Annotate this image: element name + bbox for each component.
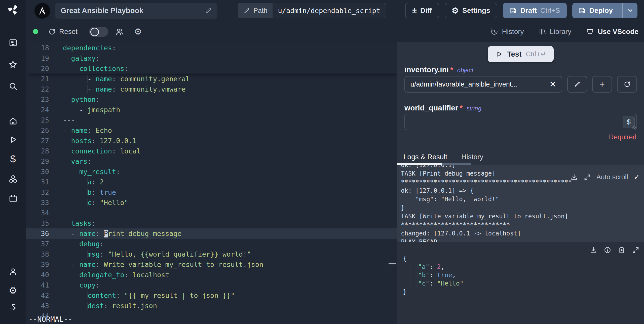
- code-line[interactable]: 37 debug:: [26, 239, 397, 249]
- download-icon[interactable]: [590, 246, 597, 254]
- users-icon[interactable]: [115, 27, 124, 36]
- code-line[interactable]: 31 a: 2: [26, 177, 397, 187]
- home-icon[interactable]: [0, 116, 26, 126]
- code-token: debug: [79, 240, 100, 248]
- code-token: b: [88, 188, 92, 196]
- reset-button[interactable]: Reset: [48, 28, 78, 36]
- code-line[interactable]: 33 c: "Hello": [26, 197, 397, 208]
- code-token: local: [120, 147, 141, 155]
- pencil-icon: [243, 7, 250, 14]
- code-line[interactable]: 23 python:: [26, 94, 397, 105]
- code-line[interactable]: 38 msg: "Hello, {{world_qualifier}} worl…: [26, 249, 397, 259]
- copy-icon[interactable]: [618, 246, 625, 254]
- deploy-button[interactable]: Deploy: [572, 3, 637, 18]
- code-line[interactable]: 19 galaxy:: [26, 53, 397, 63]
- code-line[interactable]: 18dependencies:: [26, 43, 397, 53]
- logs-pane[interactable]: ok: [127.0.0.1]TASK [Print debug message…: [397, 165, 644, 244]
- code-line[interactable]: 29 vars:: [26, 156, 397, 167]
- diff-button[interactable]: ± Diff: [405, 3, 439, 18]
- code-editor[interactable]: 18dependencies:19 galaxy:20 collections:…: [26, 42, 397, 324]
- autoscroll-label[interactable]: Auto scroll: [596, 173, 628, 181]
- tab-logs-result[interactable]: Logs & Result: [403, 153, 447, 161]
- code-token: vars: [71, 157, 88, 165]
- code-line[interactable]: 42 content: "{{ my_result | to_json }}": [26, 290, 397, 301]
- settings-button[interactable]: ⚙ Settings: [445, 3, 497, 18]
- line-number: 29: [26, 156, 49, 167]
- download-icon[interactable]: [570, 173, 578, 181]
- code-text: vars:: [49, 156, 92, 167]
- play-icon: [495, 50, 503, 58]
- resources-icon[interactable]: [0, 174, 26, 184]
- expand-icon[interactable]: [632, 246, 639, 254]
- code-text: - jmespath: [49, 105, 120, 115]
- library-button[interactable]: Library: [539, 28, 572, 36]
- windmill-logo-icon[interactable]: [0, 3, 26, 17]
- workspace-icon[interactable]: [0, 38, 26, 47]
- code-line[interactable]: 43 dest: result.json: [26, 301, 397, 311]
- code-line[interactable]: 30 my_result:: [26, 167, 397, 177]
- code-line[interactable]: 21 - name: community.general: [26, 74, 397, 84]
- code-line[interactable]: 20 collections:: [26, 63, 397, 74]
- settings-icon[interactable]: ⚙: [0, 286, 26, 295]
- check-icon[interactable]: ✓: [634, 173, 640, 181]
- code-line[interactable]: 32 b: true: [26, 187, 397, 197]
- save-icon: [509, 7, 517, 14]
- use-vscode-button[interactable]: Use VScode: [586, 27, 638, 36]
- resize-handle[interactable]: [632, 126, 636, 129]
- code-text: - name: community.general: [49, 74, 190, 84]
- deploy-dropdown[interactable]: [622, 3, 637, 18]
- world-qualifier-input[interactable]: $: [404, 114, 637, 130]
- code-line[interactable]: 41 copy:: [26, 280, 397, 290]
- gear-icon[interactable]: ⚙: [134, 27, 142, 36]
- history-button[interactable]: History: [490, 28, 524, 36]
- clear-icon[interactable]: ✕: [549, 80, 556, 88]
- code-line[interactable]: 26- name: Echo: [26, 125, 397, 136]
- code-token: community.general: [120, 75, 190, 83]
- add-resource-button[interactable]: +: [592, 76, 612, 93]
- expand-icon[interactable]: [584, 174, 591, 181]
- test-panel: Test Ctrl+↵ inventory.ini* object u/admi…: [397, 42, 644, 324]
- refresh-resource-button[interactable]: [617, 76, 637, 93]
- path-button[interactable]: Path u/admin/dependable_script: [238, 3, 386, 18]
- code-token: galaxy: [71, 54, 96, 62]
- code-token: 2: [100, 178, 104, 186]
- code-line[interactable]: 44: [26, 311, 397, 321]
- logout-icon[interactable]: [0, 302, 26, 311]
- edit-title-pencil-icon[interactable]: [205, 7, 212, 14]
- code-line[interactable]: 34: [26, 208, 397, 218]
- assistant-toggle[interactable]: [89, 27, 108, 37]
- script-title-field[interactable]: Great Ansible Playbook: [55, 3, 217, 19]
- code-token: :: [92, 137, 100, 145]
- code-token: :: [96, 54, 100, 62]
- code-token: "a": [418, 263, 429, 270]
- tab-history[interactable]: History: [461, 153, 483, 161]
- code-line[interactable]: 24 - jmespath: [26, 105, 397, 115]
- inventory-input[interactable]: u/admin/favorable_ansible_invent... ✕: [404, 76, 562, 93]
- code-line[interactable]: 35 tasks:: [26, 218, 397, 228]
- code-line[interactable]: 36 - name: Print debug message: [26, 228, 397, 239]
- required-hint: Required: [405, 133, 636, 141]
- schedules-icon[interactable]: [0, 194, 26, 203]
- panel-splitter[interactable]: [397, 42, 397, 324]
- draft-button[interactable]: Draft Ctrl+S: [503, 3, 567, 18]
- code-token: [63, 199, 88, 207]
- info-icon[interactable]: [604, 246, 611, 254]
- code-text: msg: "Hello, {{world_qualifier}} world!": [49, 249, 251, 259]
- test-button[interactable]: Test Ctrl+↵: [488, 46, 554, 62]
- code-line[interactable]: 40 delegate_to: localhost: [26, 270, 397, 280]
- splitter-grip[interactable]: [389, 263, 396, 264]
- variables-icon[interactable]: $: [0, 154, 26, 164]
- code-token: result.json: [112, 302, 157, 310]
- edit-resource-button[interactable]: [567, 76, 587, 93]
- code-text: content: "{{ my_result | to_json }}": [49, 290, 235, 301]
- user-icon[interactable]: [0, 267, 26, 276]
- runs-icon[interactable]: [0, 135, 26, 144]
- code-line[interactable]: 28 connection: local: [26, 146, 397, 156]
- search-icon[interactable]: [0, 82, 26, 91]
- code-line[interactable]: 25---: [26, 115, 397, 125]
- code-line[interactable]: 27 hosts: 127.0.0.1: [26, 136, 397, 146]
- code-line[interactable]: 22 - name: community.vmware: [26, 84, 397, 94]
- star-icon[interactable]: [0, 60, 26, 69]
- code-line[interactable]: 39 - name: Write variable my_result to r…: [26, 259, 397, 270]
- path-label-segment: Path: [238, 3, 273, 18]
